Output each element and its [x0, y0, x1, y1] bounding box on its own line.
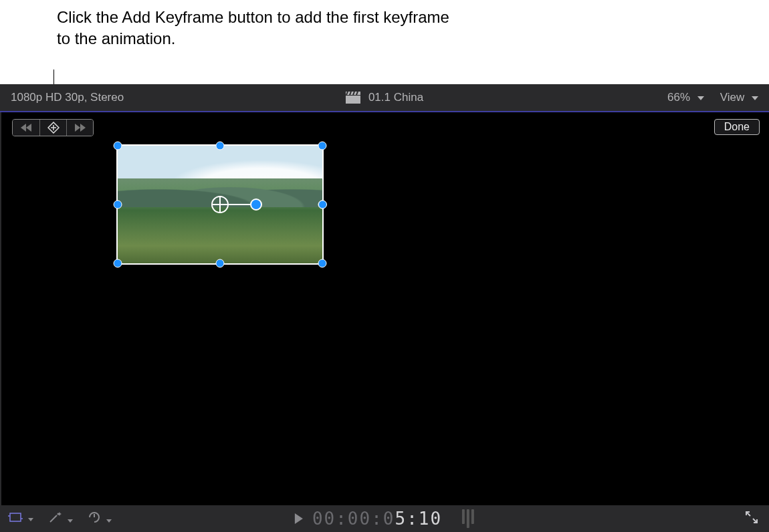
prev-keyframe-button[interactable]: [13, 120, 39, 136]
clip-transform-box[interactable]: [116, 144, 324, 265]
annotation-text: Click the Add Keyframe button to add the…: [57, 7, 458, 50]
timecode-prefix: 00:00:0: [312, 509, 395, 529]
chevron-down-icon: [68, 519, 73, 523]
view-label: View: [720, 91, 745, 104]
chevron-down-icon: [752, 96, 758, 100]
svg-line-19: [747, 513, 750, 516]
chevron-down-icon: [106, 519, 112, 523]
crop-tool-menu[interactable]: [8, 512, 33, 525]
audio-meter-icon: [462, 509, 474, 528]
zoom-value: 66%: [667, 91, 690, 104]
resize-handle-bottom-left[interactable]: [114, 259, 122, 268]
resize-handle-mid-left[interactable]: [114, 201, 122, 209]
enhance-tool-menu[interactable]: [48, 511, 72, 527]
resize-handle-top-left[interactable]: [114, 142, 122, 150]
fullscreen-button[interactable]: [745, 511, 761, 527]
resize-handle-bottom-center[interactable]: [216, 259, 225, 268]
next-keyframe-button[interactable]: [66, 120, 93, 136]
view-menu[interactable]: View: [720, 91, 758, 104]
svg-rect-13: [10, 513, 21, 521]
done-button[interactable]: Done: [714, 119, 760, 135]
timecode-active: 5:10: [395, 509, 442, 529]
svg-marker-7: [26, 124, 31, 132]
chevron-down-icon: [28, 518, 33, 521]
resize-handle-bottom-right[interactable]: [318, 259, 327, 268]
format-label: 1080p HD 30p, Stereo: [11, 91, 124, 104]
svg-line-16: [50, 515, 57, 522]
add-keyframe-button[interactable]: [39, 120, 66, 136]
anchor-offset-handle[interactable]: [250, 198, 262, 211]
svg-marker-11: [75, 124, 80, 132]
chevron-down-icon: [697, 96, 704, 100]
viewer-panel: 1080p HD 30p, Stereo 01.1 China 66%: [0, 84, 769, 532]
retime-tool-menu[interactable]: [88, 511, 112, 527]
resize-handle-top-right[interactable]: [318, 142, 327, 150]
svg-line-20: [753, 519, 756, 522]
keyframe-nav-group: [12, 119, 94, 136]
clapperboard-icon: [346, 92, 360, 104]
viewer-bottom-bar: 00:00:05:10: [0, 505, 769, 532]
svg-marker-6: [21, 124, 26, 132]
svg-rect-0: [346, 96, 360, 104]
svg-marker-12: [80, 124, 86, 132]
timecode-display[interactable]: 00:00:05:10: [295, 509, 474, 529]
play-icon[interactable]: [295, 513, 303, 524]
resize-handle-top-center[interactable]: [216, 142, 225, 150]
rotation-handle-right[interactable]: [318, 201, 327, 209]
zoom-menu[interactable]: 66%: [667, 91, 704, 104]
clip-title: 01.1 China: [368, 91, 423, 104]
viewer-toolbar: 1080p HD 30p, Stereo 01.1 China 66%: [0, 84, 769, 112]
anchor-point-icon[interactable]: [211, 196, 229, 213]
viewer-canvas[interactable]: Done: [0, 112, 769, 505]
